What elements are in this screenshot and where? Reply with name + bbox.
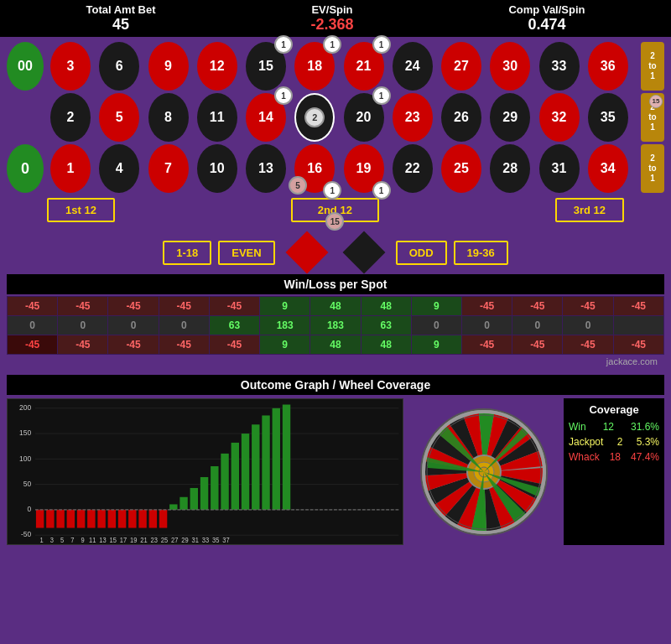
cell-24[interactable]: 24 — [393, 42, 433, 91]
winloss-section: Win/Loss per Spot -45 -45 -45 -45 -45 9 … — [0, 271, 671, 371]
svg-rect-33 — [252, 424, 259, 510]
svg-text:-50: -50 — [21, 530, 31, 539]
coverage-jackpot-label: Jackpot — [569, 436, 603, 448]
wl-cell — [613, 316, 663, 335]
cell-5[interactable]: 5 — [99, 93, 139, 142]
black-diamond-icon — [342, 231, 385, 274]
cell-31[interactable]: 31 — [539, 144, 580, 193]
cell-25[interactable]: 25 — [441, 144, 481, 193]
cell-36[interactable]: 36 — [588, 42, 628, 91]
zero-cell[interactable]: 0 — [7, 144, 44, 193]
cell-19[interactable]: 19 1 — [344, 144, 384, 193]
red-diamond-btn[interactable] — [282, 237, 332, 267]
svg-rect-13 — [46, 510, 54, 528]
svg-text:37: 37 — [222, 536, 230, 544]
second-dozen-btn[interactable]: 2nd 12 15 — [291, 198, 379, 222]
cell-34[interactable]: 34 — [588, 144, 628, 193]
svg-text:25: 25 — [161, 536, 169, 544]
wl-cell: -45 — [8, 335, 58, 355]
svg-rect-26 — [179, 497, 187, 510]
wl-cell: -45 — [613, 335, 663, 355]
cell-23[interactable]: 23 — [393, 93, 433, 142]
wl-cell: -45 — [461, 297, 512, 316]
bet-odd[interactable]: ODD — [396, 241, 447, 265]
wl-cell: -45 — [159, 297, 209, 316]
winloss-row-3: -45 -45 -45 -45 -45 9 48 48 9 -45 -45 -4… — [8, 335, 664, 355]
cell-10[interactable]: 10 — [197, 144, 237, 193]
cell-29[interactable]: 29 — [490, 93, 530, 142]
svg-text:5: 5 — [60, 536, 65, 544]
third-dozen-btn[interactable]: 3rd 12 — [555, 198, 624, 222]
comp-val-label: Comp Val/Spin — [508, 3, 585, 16]
svg-rect-14 — [56, 510, 64, 528]
svg-rect-23 — [149, 510, 157, 528]
cell-21[interactable]: 21 1 — [344, 42, 384, 91]
outcome-body: 200 150 100 50 0 -50 — [7, 398, 664, 545]
cell-27[interactable]: 27 — [441, 42, 481, 91]
wl-cell: -45 — [8, 297, 58, 316]
total-bet-block: Total Amt Bet 45 — [86, 3, 155, 34]
zero-column: 00 0 — [7, 42, 44, 193]
wl-cell: -45 — [512, 297, 563, 316]
side-bet-mid[interactable]: 2to1 15 — [641, 93, 664, 142]
svg-text:50: 50 — [23, 479, 31, 488]
wl-cell: 0 — [58, 316, 108, 335]
cell-35[interactable]: 35 — [588, 93, 628, 142]
cell-9[interactable]: 9 — [148, 42, 189, 91]
cell-17[interactable]: 17 2 — [294, 93, 335, 142]
svg-rect-34 — [262, 415, 269, 509]
side-bet-bot[interactable]: 2to1 — [641, 144, 664, 193]
svg-rect-19 — [108, 510, 116, 528]
cell-3[interactable]: 3 — [50, 42, 91, 91]
wl-cell: 0 — [411, 316, 461, 335]
chip-19-bot: 1 — [372, 181, 391, 200]
cell-30[interactable]: 30 — [490, 42, 530, 91]
total-bet-label: Total Amt Bet — [86, 3, 155, 16]
cell-11[interactable]: 11 — [197, 93, 237, 142]
wl-cell: 9 — [411, 335, 461, 355]
side-bet-top[interactable]: 2to1 — [641, 42, 664, 91]
cell-28[interactable]: 28 — [490, 144, 530, 193]
coverage-whack-pct: 47.4% — [631, 451, 659, 463]
outcome-title: Outcome Graph / Wheel Coverage — [7, 375, 664, 395]
bet-even[interactable]: EVEN — [218, 241, 274, 265]
coverage-area: Coverage Win 12 31.6% Jackpot 2 5.3% Wha… — [564, 398, 664, 545]
cell-13[interactable]: 13 — [246, 144, 286, 193]
dozens-row: 1st 12 2nd 12 15 3rd 12 — [7, 198, 664, 222]
cell-7[interactable]: 7 — [148, 144, 189, 193]
bet-19-36[interactable]: 19-36 — [454, 241, 508, 265]
wl-cell: 0 — [108, 316, 159, 335]
ev-spin-block: EV/Spin -2.368 — [310, 3, 353, 34]
cell-15[interactable]: 15 1 — [246, 42, 286, 91]
first-dozen-btn[interactable]: 1st 12 — [47, 198, 115, 222]
wl-cell: -45 — [58, 335, 108, 355]
cell-1[interactable]: 1 — [50, 144, 91, 193]
cell-6[interactable]: 6 — [99, 42, 139, 91]
cell-22[interactable]: 22 — [393, 144, 433, 193]
double-zero-cell[interactable]: 00 — [7, 42, 44, 91]
svg-rect-20 — [118, 510, 126, 528]
cell-2[interactable]: 2 — [50, 93, 91, 142]
cell-26[interactable]: 26 — [441, 93, 481, 142]
svg-text:19: 19 — [130, 536, 138, 544]
svg-rect-18 — [97, 510, 105, 528]
red-diamond-icon — [285, 231, 328, 274]
numbers-grid-container: 3 6 9 12 15 1 18 1 21 1 24 2 — [50, 42, 634, 193]
bet-1-18[interactable]: 1-18 — [163, 241, 211, 265]
coverage-win-label: Win — [569, 421, 586, 433]
svg-text:200: 200 — [19, 402, 31, 412]
cell-8[interactable]: 8 — [148, 93, 189, 142]
cell-14[interactable]: 14 1 — [246, 93, 286, 142]
cell-18[interactable]: 18 1 — [294, 42, 335, 91]
roulette-table-area: 00 0 3 6 9 12 15 1 18 — [0, 37, 671, 271]
black-diamond-btn[interactable] — [339, 237, 389, 267]
svg-text:0: 0 — [28, 505, 32, 514]
wl-cell: -45 — [108, 297, 159, 316]
cell-32[interactable]: 32 — [539, 93, 580, 142]
wl-cell: 183 — [310, 316, 361, 335]
cell-4[interactable]: 4 — [99, 144, 139, 193]
second-dozen-chip: 15 — [325, 212, 344, 231]
cell-20[interactable]: 20 1 — [344, 93, 384, 142]
cell-12[interactable]: 12 — [197, 42, 237, 91]
cell-33[interactable]: 33 — [539, 42, 580, 91]
